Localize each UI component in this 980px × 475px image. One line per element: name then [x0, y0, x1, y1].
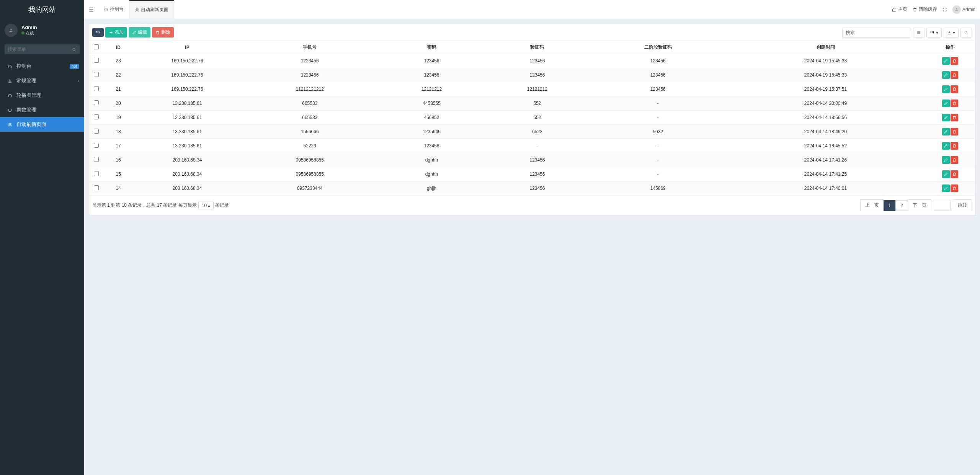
row-delete-button[interactable] [951, 170, 958, 178]
sidebar-item[interactable]: 自动刷新页面 [0, 117, 84, 132]
cell-password: 123456 [379, 139, 485, 153]
row-delete-button[interactable] [951, 156, 958, 164]
row-edit-button[interactable] [942, 100, 950, 107]
svg-point-12 [137, 9, 139, 10]
row-edit-button[interactable] [942, 85, 950, 93]
page-input[interactable] [934, 200, 951, 211]
row-edit-button[interactable] [942, 57, 950, 65]
page-number[interactable]: 1 [884, 200, 896, 211]
per-page-select[interactable]: 10 ▴ [198, 202, 214, 209]
list-icon [916, 30, 921, 35]
cell-time: 2024-04-14 17:41:25 [726, 167, 925, 181]
row-edit-button[interactable] [942, 170, 950, 178]
row-delete-button[interactable] [951, 85, 958, 93]
refresh-icon [96, 30, 100, 35]
row-checkbox[interactable] [94, 157, 99, 162]
column-header[interactable]: IP [134, 41, 241, 54]
row-checkbox[interactable] [94, 58, 99, 63]
pencil-icon [944, 186, 948, 191]
delete-button[interactable]: 删除 [152, 27, 174, 38]
row-checkbox[interactable] [94, 100, 99, 105]
sidebar-item[interactable]: 常规管理‹ [0, 73, 84, 88]
row-delete-button[interactable] [951, 114, 958, 121]
menu-search-input[interactable] [5, 44, 80, 54]
column-header[interactable]: ID [103, 41, 134, 54]
tab-label: 自动刷新页面 [141, 7, 168, 13]
next-page[interactable]: 下一页 [908, 199, 931, 211]
row-delete-button[interactable] [951, 57, 958, 65]
row-delete-button[interactable] [951, 128, 958, 135]
svg-rect-14 [931, 31, 931, 32]
add-button[interactable]: 添加 [105, 27, 127, 38]
row-edit-button[interactable] [942, 156, 950, 164]
column-header[interactable]: 手机号 [241, 41, 379, 54]
search-icon[interactable] [72, 47, 77, 52]
row-delete-button[interactable] [951, 142, 958, 150]
cell-id: 15 [103, 167, 134, 181]
row-checkbox[interactable] [94, 143, 99, 148]
tab[interactable]: 控制台 [98, 0, 129, 19]
page-jump-button[interactable]: 跳转 [953, 199, 972, 211]
column-header[interactable]: 二阶段验证码 [590, 41, 726, 54]
refresh-button[interactable] [92, 28, 104, 37]
cell-actions [925, 153, 975, 167]
cell-actions [925, 167, 975, 181]
cell-id: 23 [103, 54, 134, 68]
prev-page[interactable]: 上一页 [860, 199, 884, 211]
column-header[interactable] [89, 41, 103, 54]
download-icon [947, 30, 952, 35]
row-edit-button[interactable] [942, 142, 950, 150]
home-link[interactable]: 主页 [892, 6, 907, 13]
row-checkbox[interactable] [94, 72, 99, 77]
edit-button[interactable]: 编辑 [129, 27, 150, 38]
export-button[interactable]: ▾ [944, 28, 959, 38]
sidebar-item[interactable]: 票数管理 [0, 103, 84, 117]
row-checkbox[interactable] [94, 185, 99, 190]
user-icon [9, 28, 13, 33]
cell-code: 6523 [485, 125, 590, 139]
column-header[interactable]: 创建时间 [726, 41, 925, 54]
tab[interactable]: 自动刷新页面 [129, 0, 174, 19]
row-checkbox[interactable] [94, 129, 99, 134]
row-edit-button[interactable] [942, 184, 950, 192]
columns-button[interactable]: ▾ [926, 28, 941, 38]
row-checkbox[interactable] [94, 171, 99, 176]
column-header[interactable]: 验证码 [485, 41, 590, 54]
row-edit-button[interactable] [942, 71, 950, 79]
topbar-user[interactable]: Admin [952, 5, 975, 14]
home-label: 主页 [898, 6, 907, 13]
sidebar-item-label: 票数管理 [16, 106, 36, 113]
row-edit-button[interactable] [942, 114, 950, 121]
pencil-icon [944, 59, 948, 63]
caret-up-icon: ▴ [208, 203, 210, 208]
hamburger-icon[interactable]: ☰ [89, 7, 94, 13]
cell-code2: 123456 [590, 82, 726, 96]
search-icon [964, 30, 969, 35]
row-checkbox[interactable] [94, 86, 99, 91]
sidebar-item[interactable]: 轮播图管理 [0, 88, 84, 103]
page-number[interactable]: 2 [895, 200, 908, 211]
column-header[interactable]: 操作 [925, 41, 975, 54]
cell-actions [925, 125, 975, 139]
pagination-info-prefix: 显示第 1 到第 10 条记录，总共 17 条记录 每页显示 [92, 202, 197, 209]
row-edit-button[interactable] [942, 128, 950, 135]
select-all-checkbox[interactable] [94, 44, 99, 49]
row-delete-button[interactable] [951, 71, 958, 79]
sidebar-item[interactable]: 控制台hot [0, 59, 84, 73]
trash-icon [952, 144, 957, 148]
sidebar-item-label: 控制台 [16, 63, 31, 70]
table-search-input[interactable] [842, 28, 911, 38]
fullscreen-button[interactable] [942, 7, 947, 12]
clear-cache-link[interactable]: 清除缓存 [913, 6, 937, 13]
pencil-icon [944, 101, 948, 106]
row-delete-button[interactable] [951, 100, 958, 107]
column-header[interactable]: 密码 [379, 41, 485, 54]
cell-id: 22 [103, 68, 134, 82]
row-delete-button[interactable] [951, 184, 958, 192]
row-checkbox[interactable] [94, 114, 99, 119]
toggle-view-button[interactable] [913, 28, 924, 38]
svg-point-8 [9, 124, 10, 125]
search-button[interactable] [960, 28, 972, 38]
cell-actions [925, 139, 975, 153]
cell-phone: 1223456 [241, 68, 379, 82]
